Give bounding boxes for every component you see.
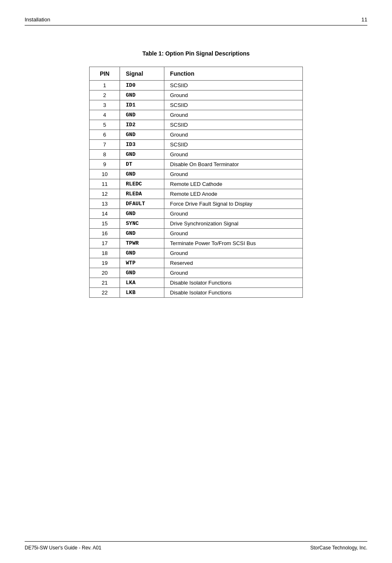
cell-pin: 13 xyxy=(90,199,120,209)
cell-function: Drive Synchronization Signal xyxy=(164,219,302,229)
cell-function: SCSIID xyxy=(164,100,302,110)
cell-pin: 3 xyxy=(90,100,120,110)
cell-pin: 21 xyxy=(90,278,120,288)
cell-pin: 7 xyxy=(90,140,120,150)
table-row: 22LKBDisable Isolator Functions xyxy=(90,288,303,298)
table-row: 3ID1SCSIID xyxy=(90,100,303,110)
col-header-pin: PIN xyxy=(90,67,120,81)
table-title: Table 1: Option Pin Signal Descriptions xyxy=(25,50,367,57)
cell-function: Reserved xyxy=(164,258,302,268)
cell-function: SCSIID xyxy=(164,140,302,150)
col-header-function: Function xyxy=(164,67,302,81)
table-row: 14GNDGround xyxy=(90,209,303,219)
table-row: 1ID0SCSIID xyxy=(90,81,303,90)
cell-function: Ground xyxy=(164,268,302,278)
cell-pin: 15 xyxy=(90,219,120,229)
cell-function: Disable Isolator Functions xyxy=(164,288,302,298)
cell-function: Ground xyxy=(164,150,302,160)
table-row: 7ID3SCSIID xyxy=(90,140,303,150)
cell-signal: ID1 xyxy=(120,100,164,110)
cell-pin: 10 xyxy=(90,169,120,179)
table-row: 15SYNCDrive Synchronization Signal xyxy=(90,219,303,229)
cell-function: Ground xyxy=(164,209,302,219)
page-header: Installation 11 xyxy=(25,16,367,25)
table-row: 13DFAULTForce Drive Fault Signal to Disp… xyxy=(90,199,303,209)
cell-pin: 14 xyxy=(90,209,120,219)
table-row: 16GNDGround xyxy=(90,229,303,239)
cell-function: Force Drive Fault Signal to Display xyxy=(164,199,302,209)
cell-pin: 18 xyxy=(90,248,120,258)
cell-signal: GND xyxy=(120,90,164,100)
cell-function: Disable Isolator Functions xyxy=(164,278,302,288)
cell-pin: 11 xyxy=(90,179,120,189)
cell-pin: 12 xyxy=(90,189,120,199)
table-row: 8GNDGround xyxy=(90,150,303,160)
cell-signal: GND xyxy=(120,209,164,219)
table-wrapper: PIN Signal Function 1ID0SCSIID2GNDGround… xyxy=(25,67,367,298)
cell-signal: ID0 xyxy=(120,81,164,90)
cell-function: Remote LED Anode xyxy=(164,189,302,199)
cell-function: Ground xyxy=(164,229,302,239)
table-row: 6GNDGround xyxy=(90,130,303,140)
cell-signal: GND xyxy=(120,248,164,258)
cell-signal: SYNC xyxy=(120,219,164,229)
table-row: 18GNDGround xyxy=(90,248,303,258)
cell-signal: GND xyxy=(120,169,164,179)
cell-signal: RLEDA xyxy=(120,189,164,199)
cell-function: Ground xyxy=(164,248,302,258)
page-footer: DE75i-SW User's Guide - Rev. A01 StorCas… xyxy=(25,541,367,551)
table-row: 5ID2SCSIID xyxy=(90,120,303,130)
footer-guide-label: DE75i-SW User's Guide - Rev. A01 xyxy=(25,545,101,551)
cell-signal: LKA xyxy=(120,278,164,288)
cell-pin: 20 xyxy=(90,268,120,278)
cell-function: Terminate Power To/From SCSI Bus xyxy=(164,239,302,248)
cell-signal: ID3 xyxy=(120,140,164,150)
header-section-label: Installation xyxy=(25,16,50,23)
table-row: 21LKADisable Isolator Functions xyxy=(90,278,303,288)
col-header-signal: Signal xyxy=(120,67,164,81)
cell-function: SCSIID xyxy=(164,120,302,130)
table-row: 19WTPReserved xyxy=(90,258,303,268)
cell-pin: 1 xyxy=(90,81,120,90)
cell-function: Ground xyxy=(164,90,302,100)
cell-pin: 22 xyxy=(90,288,120,298)
table-header-row: PIN Signal Function xyxy=(90,67,303,81)
cell-signal: WTP xyxy=(120,258,164,268)
cell-signal: DT xyxy=(120,160,164,169)
cell-signal: GND xyxy=(120,268,164,278)
cell-signal: DFAULT xyxy=(120,199,164,209)
cell-pin: 9 xyxy=(90,160,120,169)
cell-signal: GND xyxy=(120,110,164,120)
cell-signal: GND xyxy=(120,130,164,140)
table-row: 17TPWRTerminate Power To/From SCSI Bus xyxy=(90,239,303,248)
footer-company-label: StorCase Technology, Inc. xyxy=(310,545,367,551)
cell-signal: ID2 xyxy=(120,120,164,130)
cell-function: SCSIID xyxy=(164,81,302,90)
cell-pin: 19 xyxy=(90,258,120,268)
table-row: 2GNDGround xyxy=(90,90,303,100)
cell-pin: 17 xyxy=(90,239,120,248)
cell-pin: 5 xyxy=(90,120,120,130)
pin-signal-table: PIN Signal Function 1ID0SCSIID2GNDGround… xyxy=(89,67,303,298)
table-row: 12RLEDARemote LED Anode xyxy=(90,189,303,199)
cell-function: Disable On Board Terminator xyxy=(164,160,302,169)
cell-signal: GND xyxy=(120,229,164,239)
cell-function: Ground xyxy=(164,110,302,120)
table-row: 4GNDGround xyxy=(90,110,303,120)
cell-pin: 4 xyxy=(90,110,120,120)
header-page-number: 11 xyxy=(362,16,367,23)
table-row: 11RLEDCRemote LED Cathode xyxy=(90,179,303,189)
cell-signal: GND xyxy=(120,150,164,160)
cell-signal: LKB xyxy=(120,288,164,298)
table-row: 10GNDGround xyxy=(90,169,303,179)
cell-function: Ground xyxy=(164,130,302,140)
cell-function: Remote LED Cathode xyxy=(164,179,302,189)
cell-function: Ground xyxy=(164,169,302,179)
cell-pin: 6 xyxy=(90,130,120,140)
page-container: Installation 11 Table 1: Option Pin Sign… xyxy=(0,0,392,563)
cell-pin: 2 xyxy=(90,90,120,100)
cell-signal: RLEDC xyxy=(120,179,164,189)
table-row: 9DTDisable On Board Terminator xyxy=(90,160,303,169)
cell-signal: TPWR xyxy=(120,239,164,248)
table-row: 20GNDGround xyxy=(90,268,303,278)
